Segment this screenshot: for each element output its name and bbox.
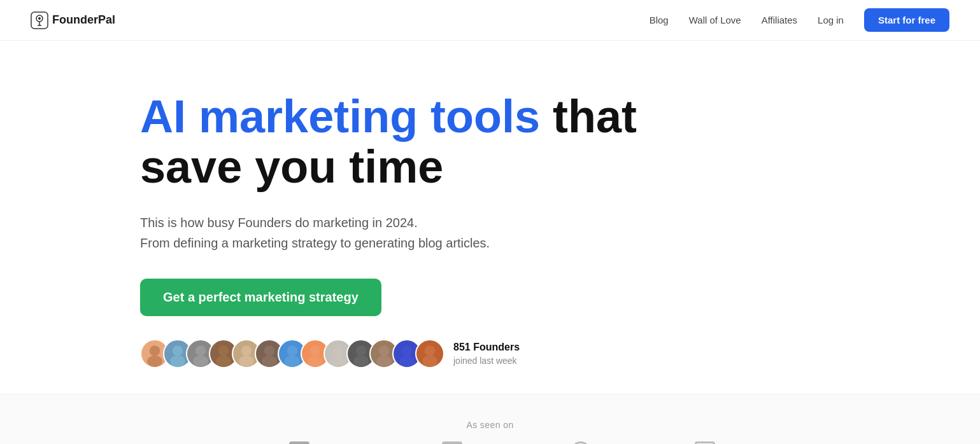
svg-point-28: [422, 356, 437, 367]
brand-bens-bites: BEN'S BITES: [442, 441, 540, 444]
brand-tldr: TLDR: [695, 441, 759, 444]
brand-product-hunt: Product Hunt: [571, 441, 665, 444]
hero-section: AI marketing tools that save you time Th…: [0, 41, 764, 394]
brand-cxl: CXL: [220, 441, 259, 444]
founders-row: 851 Founders joined last week: [140, 339, 734, 368]
as-seen-on-section: As seen on CXL IH INDIE HACKERS BEN: [0, 394, 980, 444]
logo-icon: [31, 11, 48, 29]
logo[interactable]: FounderPal: [31, 11, 115, 29]
svg-point-13: [264, 346, 274, 356]
svg-point-26: [399, 356, 415, 367]
svg-point-22: [353, 356, 369, 367]
hero-subtitle-line2: From defining a marketing strategy to ge…: [140, 236, 490, 250]
svg-point-25: [402, 346, 412, 356]
nav-blog[interactable]: Blog: [650, 15, 669, 25]
svg-point-8: [193, 356, 208, 367]
start-for-free-button[interactable]: Start for free: [864, 8, 949, 32]
svg-point-11: [241, 346, 252, 356]
svg-point-18: [308, 356, 323, 367]
svg-point-6: [170, 356, 185, 367]
svg-point-23: [379, 346, 389, 356]
nav-affiliates[interactable]: Affiliates: [762, 15, 797, 25]
svg-point-14: [262, 356, 277, 367]
logo-text: FounderPal: [52, 13, 115, 27]
svg-point-12: [239, 356, 254, 367]
as-seen-label: As seen on: [31, 420, 949, 430]
svg-point-21: [356, 346, 366, 356]
founders-count: 851 Founders: [453, 340, 520, 354]
svg-point-15: [287, 346, 297, 356]
hero-subtitle: This is how busy Founders do marketing i…: [140, 212, 734, 253]
nav-wall-of-love[interactable]: Wall of Love: [689, 15, 741, 25]
svg-point-10: [216, 356, 231, 367]
brand-indie-hackers: IH INDIE HACKERS: [289, 441, 411, 444]
hero-title-blue: AI marketing tools: [140, 91, 540, 142]
svg-point-17: [310, 346, 320, 356]
avatar: [415, 339, 444, 368]
svg-point-3: [150, 346, 160, 356]
brand-logos-row: CXL IH INDIE HACKERS BEN'S BITES: [31, 441, 949, 444]
cxl-logo-text: CXL: [220, 441, 259, 444]
svg-rect-0: [31, 12, 48, 29]
hero-title: AI marketing tools that save you time: [140, 92, 734, 192]
founders-sub: joined last week: [453, 355, 520, 368]
cta-button[interactable]: Get a perfect marketing strategy: [140, 279, 381, 316]
founders-text: 851 Founders joined last week: [453, 340, 520, 367]
svg-point-7: [195, 346, 206, 356]
tldr-icon: [695, 441, 715, 444]
nav-login[interactable]: Log in: [818, 15, 844, 25]
indie-hackers-icon: IH: [289, 441, 309, 444]
svg-point-2: [38, 17, 41, 20]
svg-point-16: [285, 356, 300, 367]
svg-point-20: [330, 356, 346, 367]
svg-point-19: [333, 346, 343, 356]
svg-point-4: [147, 356, 162, 367]
navbar: FounderPal Blog Wall of Love Affiliates …: [0, 0, 980, 41]
svg-point-24: [376, 356, 392, 367]
nav-links: Blog Wall of Love Affiliates Log in Star…: [650, 8, 949, 32]
svg-point-5: [173, 346, 183, 356]
svg-point-9: [218, 346, 229, 356]
hero-subtitle-line1: This is how busy Founders do marketing i…: [140, 216, 418, 230]
product-hunt-icon: [571, 441, 591, 444]
bens-bites-icon: [442, 441, 462, 444]
avatar-group: [140, 339, 444, 368]
svg-point-27: [425, 346, 435, 356]
